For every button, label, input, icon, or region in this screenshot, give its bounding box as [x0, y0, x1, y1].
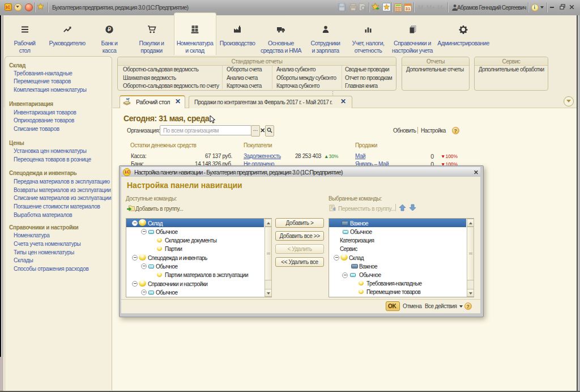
svg-text:31: 31 [406, 6, 411, 11]
svg-text:₽: ₽ [108, 26, 111, 32]
